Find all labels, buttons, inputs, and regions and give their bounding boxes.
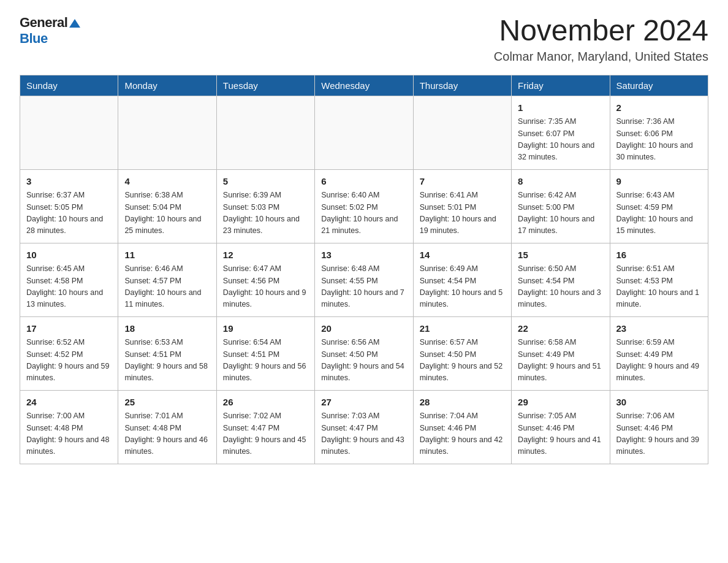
day-number: 7 (420, 175, 505, 189)
calendar-cell: 17Sunrise: 6:52 AM Sunset: 4:52 PM Dayli… (20, 316, 118, 390)
calendar-cell: 25Sunrise: 7:01 AM Sunset: 4:48 PM Dayli… (118, 390, 216, 464)
calendar-cell (413, 96, 511, 169)
calendar-cell: 30Sunrise: 7:06 AM Sunset: 4:46 PM Dayli… (610, 390, 708, 464)
logo-blue-text: Blue (20, 31, 48, 46)
calendar-cell: 13Sunrise: 6:48 AM Sunset: 4:55 PM Dayli… (315, 243, 413, 316)
calendar-cell: 3Sunrise: 6:37 AM Sunset: 5:05 PM Daylig… (20, 169, 118, 243)
calendar-cell: 27Sunrise: 7:03 AM Sunset: 4:47 PM Dayli… (315, 390, 413, 464)
calendar-cell: 22Sunrise: 6:58 AM Sunset: 4:49 PM Dayli… (512, 316, 610, 390)
day-info: Sunrise: 6:54 AM Sunset: 4:51 PM Dayligh… (223, 337, 308, 385)
day-info: Sunrise: 6:42 AM Sunset: 5:00 PM Dayligh… (518, 190, 603, 237)
calendar-title-block: November 2024 Colmar Manor, Maryland, Un… (494, 15, 708, 64)
day-number: 16 (616, 248, 702, 262)
logo: General Blue (20, 15, 80, 47)
day-info: Sunrise: 6:40 AM Sunset: 5:02 PM Dayligh… (321, 190, 406, 237)
day-info: Sunrise: 6:48 AM Sunset: 4:55 PM Dayligh… (321, 263, 406, 311)
calendar-cell (118, 96, 216, 169)
calendar-cell: 6Sunrise: 6:40 AM Sunset: 5:02 PM Daylig… (315, 169, 413, 243)
day-number: 24 (26, 396, 112, 410)
day-info: Sunrise: 7:04 AM Sunset: 4:46 PM Dayligh… (420, 410, 505, 458)
day-info: Sunrise: 6:47 AM Sunset: 4:56 PM Dayligh… (223, 263, 308, 311)
calendar-cell: 4Sunrise: 6:38 AM Sunset: 5:04 PM Daylig… (118, 169, 216, 243)
day-info: Sunrise: 6:49 AM Sunset: 4:54 PM Dayligh… (420, 263, 505, 311)
weekday-header-friday: Friday (512, 75, 610, 96)
day-info: Sunrise: 7:00 AM Sunset: 4:48 PM Dayligh… (26, 410, 112, 458)
day-info: Sunrise: 6:56 AM Sunset: 4:50 PM Dayligh… (321, 337, 406, 385)
calendar-cell: 26Sunrise: 7:02 AM Sunset: 4:47 PM Dayli… (216, 390, 314, 464)
day-info: Sunrise: 6:53 AM Sunset: 4:51 PM Dayligh… (124, 337, 210, 385)
weekday-header-monday: Monday (118, 75, 216, 96)
day-number: 2 (616, 101, 702, 115)
day-number: 11 (124, 248, 210, 262)
day-number: 8 (518, 175, 603, 189)
day-number: 15 (518, 248, 603, 262)
day-number: 17 (26, 322, 112, 336)
day-number: 30 (616, 396, 702, 410)
day-number: 10 (26, 248, 112, 262)
day-number: 27 (321, 396, 406, 410)
day-number: 26 (223, 396, 308, 410)
calendar-week-row: 1Sunrise: 7:35 AM Sunset: 6:07 PM Daylig… (20, 96, 708, 169)
weekday-header-row: SundayMondayTuesdayWednesdayThursdayFrid… (20, 75, 708, 96)
day-number: 1 (518, 101, 603, 115)
day-info: Sunrise: 7:03 AM Sunset: 4:47 PM Dayligh… (321, 410, 406, 458)
day-number: 29 (518, 396, 603, 410)
calendar-title: November 2024 (494, 15, 708, 47)
calendar-week-row: 17Sunrise: 6:52 AM Sunset: 4:52 PM Dayli… (20, 316, 708, 390)
day-number: 9 (616, 175, 702, 189)
day-info: Sunrise: 6:43 AM Sunset: 4:59 PM Dayligh… (616, 190, 702, 237)
day-number: 23 (616, 322, 702, 336)
day-info: Sunrise: 6:50 AM Sunset: 4:54 PM Dayligh… (518, 263, 603, 311)
day-number: 22 (518, 322, 603, 336)
calendar-subtitle: Colmar Manor, Maryland, United States (494, 50, 708, 64)
calendar-cell: 24Sunrise: 7:00 AM Sunset: 4:48 PM Dayli… (20, 390, 118, 464)
day-number: 3 (26, 175, 112, 189)
day-info: Sunrise: 6:46 AM Sunset: 4:57 PM Dayligh… (124, 263, 210, 311)
day-number: 14 (420, 248, 505, 262)
day-info: Sunrise: 7:05 AM Sunset: 4:46 PM Dayligh… (518, 410, 603, 458)
calendar-cell: 23Sunrise: 6:59 AM Sunset: 4:49 PM Dayli… (610, 316, 708, 390)
day-number: 18 (124, 322, 210, 336)
calendar-table: SundayMondayTuesdayWednesdayThursdayFrid… (20, 75, 708, 464)
day-info: Sunrise: 6:38 AM Sunset: 5:04 PM Dayligh… (124, 190, 210, 237)
calendar-cell: 10Sunrise: 6:45 AM Sunset: 4:58 PM Dayli… (20, 243, 118, 316)
calendar-cell: 16Sunrise: 6:51 AM Sunset: 4:53 PM Dayli… (610, 243, 708, 316)
calendar-cell: 11Sunrise: 6:46 AM Sunset: 4:57 PM Dayli… (118, 243, 216, 316)
calendar-cell: 21Sunrise: 6:57 AM Sunset: 4:50 PM Dayli… (413, 316, 511, 390)
calendar-cell: 8Sunrise: 6:42 AM Sunset: 5:00 PM Daylig… (512, 169, 610, 243)
day-info: Sunrise: 7:02 AM Sunset: 4:47 PM Dayligh… (223, 410, 308, 458)
day-number: 5 (223, 175, 308, 189)
calendar-cell: 12Sunrise: 6:47 AM Sunset: 4:56 PM Dayli… (216, 243, 314, 316)
day-info: Sunrise: 6:52 AM Sunset: 4:52 PM Dayligh… (26, 337, 112, 385)
day-info: Sunrise: 6:51 AM Sunset: 4:53 PM Dayligh… (616, 263, 702, 311)
day-info: Sunrise: 7:35 AM Sunset: 6:07 PM Dayligh… (518, 116, 603, 164)
calendar-week-row: 24Sunrise: 7:00 AM Sunset: 4:48 PM Dayli… (20, 390, 708, 464)
page-header: General Blue November 2024 Colmar Manor,… (20, 15, 708, 64)
day-number: 28 (420, 396, 505, 410)
day-info: Sunrise: 7:01 AM Sunset: 4:48 PM Dayligh… (124, 410, 210, 458)
day-info: Sunrise: 6:41 AM Sunset: 5:01 PM Dayligh… (420, 190, 505, 237)
logo-general-text: General (20, 15, 67, 31)
day-number: 4 (124, 175, 210, 189)
calendar-cell: 28Sunrise: 7:04 AM Sunset: 4:46 PM Dayli… (413, 390, 511, 464)
weekday-header-tuesday: Tuesday (216, 75, 314, 96)
weekday-header-sunday: Sunday (20, 75, 118, 96)
calendar-cell: 19Sunrise: 6:54 AM Sunset: 4:51 PM Dayli… (216, 316, 314, 390)
calendar-cell: 2Sunrise: 7:36 AM Sunset: 6:06 PM Daylig… (610, 96, 708, 169)
calendar-cell: 5Sunrise: 6:39 AM Sunset: 5:03 PM Daylig… (216, 169, 314, 243)
day-number: 25 (124, 396, 210, 410)
day-number: 12 (223, 248, 308, 262)
day-info: Sunrise: 6:58 AM Sunset: 4:49 PM Dayligh… (518, 337, 603, 385)
day-number: 19 (223, 322, 308, 336)
calendar-cell (20, 96, 118, 169)
calendar-cell: 9Sunrise: 6:43 AM Sunset: 4:59 PM Daylig… (610, 169, 708, 243)
day-info: Sunrise: 6:59 AM Sunset: 4:49 PM Dayligh… (616, 337, 702, 385)
weekday-header-wednesday: Wednesday (315, 75, 413, 96)
day-number: 20 (321, 322, 406, 336)
calendar-cell: 15Sunrise: 6:50 AM Sunset: 4:54 PM Dayli… (512, 243, 610, 316)
calendar-cell: 14Sunrise: 6:49 AM Sunset: 4:54 PM Dayli… (413, 243, 511, 316)
day-info: Sunrise: 7:06 AM Sunset: 4:46 PM Dayligh… (616, 410, 702, 458)
weekday-header-saturday: Saturday (610, 75, 708, 96)
calendar-cell: 29Sunrise: 7:05 AM Sunset: 4:46 PM Dayli… (512, 390, 610, 464)
day-info: Sunrise: 6:45 AM Sunset: 4:58 PM Dayligh… (26, 263, 112, 311)
